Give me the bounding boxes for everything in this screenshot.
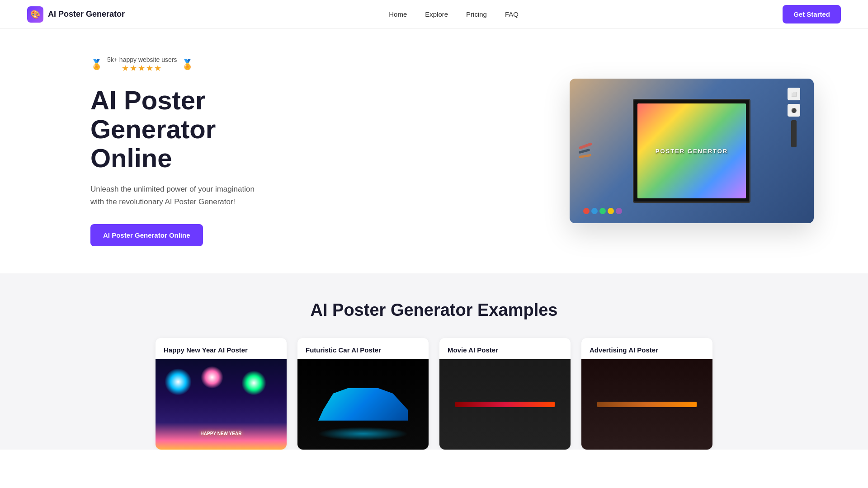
hero-cta-button[interactable]: AI Poster Generator Online: [90, 224, 203, 246]
examples-title: AI Poster Generator Examples: [27, 300, 841, 320]
car-shape: [313, 377, 413, 432]
tool-icons: ⬜ ⚫: [788, 88, 800, 147]
tool-pen: [791, 120, 797, 147]
firework-3: [241, 371, 266, 395]
tool-icon-2: ⚫: [788, 104, 800, 117]
movie-bar: [455, 402, 555, 407]
examples-grid: Happy New Year AI Poster HAPPY NEW YEAR …: [27, 338, 841, 450]
nav-pricing[interactable]: Pricing: [466, 10, 487, 18]
nav-faq[interactable]: FAQ: [505, 10, 519, 18]
poster-label: POSTER GENERTOR: [656, 148, 728, 155]
hero-title: AI Poster Generator Online: [90, 86, 298, 172]
hero-section: 🏅 5k+ happy website users ★★★★★ 🏅 AI Pos…: [0, 29, 868, 273]
navbar: 🎨 AI Poster Generator Home Explore Prici…: [0, 0, 868, 29]
firework-1: [165, 368, 192, 395]
nav-home[interactable]: Home: [389, 10, 407, 18]
badge-text-block: 5k+ happy website users ★★★★★: [107, 56, 177, 73]
hero-content: 🏅 5k+ happy website users ★★★★★ 🏅 AI Pos…: [90, 56, 298, 246]
nav-explore[interactable]: Explore: [425, 10, 448, 18]
logo-icon: 🎨: [27, 6, 43, 23]
nav-links: Home Explore Pricing FAQ: [389, 10, 519, 18]
card-image-movie: [439, 359, 571, 450]
tool-icon-1: ⬜: [788, 88, 800, 100]
hero-image: POSTER GENERTOR ⬜ ⚫: [570, 79, 814, 223]
card-title-happy-new-year: Happy New Year AI Poster: [156, 338, 287, 359]
examples-section: AI Poster Generator Examples Happy New Y…: [0, 273, 868, 450]
firework-2: [201, 366, 223, 389]
logo[interactable]: 🎨 AI Poster Generator: [27, 6, 125, 23]
hero-subtitle: Unleash the unlimited power of your imag…: [90, 183, 262, 207]
logo-text: AI Poster Generator: [48, 9, 125, 19]
laurel-right-icon: 🏅: [181, 59, 193, 70]
star-rating: ★★★★★: [107, 63, 177, 73]
poster-frame: POSTER GENERTOR: [633, 99, 750, 203]
example-card-movie[interactable]: Movie AI Poster: [439, 338, 571, 450]
car-glow: [318, 427, 408, 441]
example-card-futuristic-car[interactable]: Futuristic Car AI Poster: [297, 338, 429, 450]
hero-image-container: POSTER GENERTOR ⬜ ⚫: [570, 79, 814, 223]
happy-new-year-text: HAPPY NEW YEAR: [201, 431, 242, 436]
card-image-advertising: [581, 359, 712, 450]
hero-image-area: POSTER GENERTOR ⬜ ⚫: [570, 79, 814, 223]
laurel-left-icon: 🏅: [90, 59, 103, 70]
ad-bar: [597, 402, 697, 407]
card-image-futuristic-car: [297, 359, 429, 450]
get-started-button[interactable]: Get Started: [783, 5, 841, 23]
color-palette: [583, 208, 622, 214]
card-title-advertising: Advertising AI Poster: [581, 338, 712, 359]
card-title-futuristic-car: Futuristic Car AI Poster: [297, 338, 429, 359]
badge-label: 5k+ happy website users: [107, 56, 177, 63]
poster-inner: POSTER GENERTOR: [637, 103, 746, 198]
card-image-happy-new-year: HAPPY NEW YEAR: [156, 359, 287, 450]
hero-badge: 🏅 5k+ happy website users ★★★★★ 🏅: [90, 56, 298, 73]
card-title-movie: Movie AI Poster: [439, 338, 571, 359]
example-card-happy-new-year[interactable]: Happy New Year AI Poster HAPPY NEW YEAR: [156, 338, 287, 450]
example-card-advertising[interactable]: Advertising AI Poster: [581, 338, 712, 450]
